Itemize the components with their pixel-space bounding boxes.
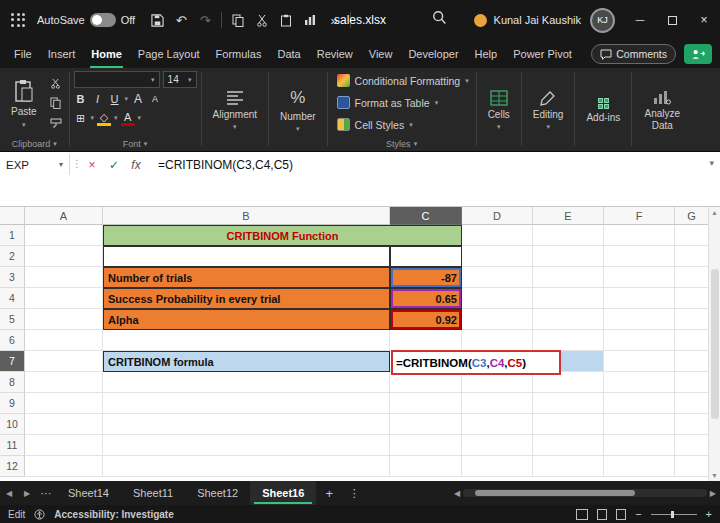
cell-C6[interactable] bbox=[390, 330, 462, 351]
zoom-slider[interactable] bbox=[651, 514, 697, 515]
cell-E4[interactable] bbox=[533, 288, 604, 309]
normal-view-button[interactable] bbox=[576, 509, 588, 520]
italic-button[interactable]: I bbox=[91, 91, 105, 107]
ribbon-tab-home[interactable]: Home bbox=[83, 40, 130, 68]
alignment-button[interactable]: Alignment ▾ bbox=[206, 71, 264, 150]
sheet-tab-sheet14[interactable]: Sheet14 bbox=[56, 481, 121, 505]
cell-D1[interactable] bbox=[462, 225, 533, 246]
row-header-10[interactable]: 10 bbox=[0, 414, 25, 435]
ribbon-tab-view[interactable]: View bbox=[361, 40, 401, 68]
cell-C12[interactable] bbox=[390, 456, 462, 477]
cells-button[interactable]: Cells ▾ bbox=[481, 71, 517, 150]
cell-A7[interactable] bbox=[25, 351, 103, 372]
cell-C9[interactable] bbox=[390, 393, 462, 414]
cell-G1[interactable] bbox=[675, 225, 709, 246]
cancel-entry-button[interactable]: × bbox=[82, 155, 102, 175]
cell-B4[interactable]: Success Probability in every trial bbox=[103, 288, 390, 309]
user-name[interactable]: Kunal Jai Kaushik bbox=[494, 14, 581, 26]
paste-small-icon[interactable] bbox=[274, 7, 298, 33]
cell-F6[interactable] bbox=[604, 330, 675, 351]
cell-A9[interactable] bbox=[25, 393, 103, 414]
cell-E10[interactable] bbox=[533, 414, 604, 435]
horizontal-scroll-thumb[interactable] bbox=[475, 490, 635, 496]
cell-A8[interactable] bbox=[25, 372, 103, 393]
row-header-12[interactable]: 12 bbox=[0, 456, 25, 477]
cell-B9[interactable] bbox=[103, 393, 390, 414]
sheet-nav-prev-icon[interactable]: ◀ bbox=[0, 489, 18, 498]
sheet-options-icon[interactable]: ⋮ bbox=[342, 487, 366, 500]
cell-E5[interactable] bbox=[533, 309, 604, 330]
styles-item-0[interactable]: Conditional Formatting▾ bbox=[335, 71, 469, 90]
cell-D8[interactable] bbox=[462, 372, 533, 393]
cell-C2[interactable] bbox=[390, 246, 462, 267]
maximize-button[interactable] bbox=[656, 0, 688, 40]
cell-F5[interactable] bbox=[604, 309, 675, 330]
fill-color-dropdown-icon[interactable]: ▾ bbox=[114, 114, 118, 122]
scroll-down-icon[interactable]: ▼ bbox=[711, 472, 718, 479]
underline-dropdown-icon[interactable]: ▾ bbox=[125, 95, 129, 103]
ribbon-tab-file[interactable]: File bbox=[6, 40, 40, 68]
clipboard-group-label[interactable]: Clipboard ▾ bbox=[12, 137, 57, 150]
format-painter-button[interactable] bbox=[47, 115, 65, 131]
cell-G5[interactable] bbox=[675, 309, 709, 330]
scroll-up-icon[interactable]: ▲ bbox=[711, 209, 718, 216]
row-header-8[interactable]: 8 bbox=[0, 372, 25, 393]
minimize-button[interactable]: ─ bbox=[624, 0, 656, 40]
name-box-dropdown-icon[interactable]: ▾ bbox=[59, 160, 63, 169]
row-header-11[interactable]: 11 bbox=[0, 435, 25, 456]
cell-B3[interactable]: Number of trials bbox=[103, 267, 390, 288]
number-button[interactable]: % Number ▾ bbox=[273, 71, 323, 150]
font-color-button[interactable]: A bbox=[121, 110, 135, 126]
cell-G4[interactable] bbox=[675, 288, 709, 309]
cell-D11[interactable] bbox=[462, 435, 533, 456]
underline-button[interactable]: U bbox=[108, 91, 122, 107]
vertical-scroll-thumb[interactable] bbox=[711, 269, 719, 419]
cell-D4[interactable] bbox=[462, 288, 533, 309]
row-header-5[interactable]: 5 bbox=[0, 309, 25, 330]
undo-icon[interactable]: ↶ bbox=[169, 7, 193, 33]
name-box[interactable]: EXP ▾ bbox=[0, 154, 70, 175]
cell-B7[interactable]: CRITBINOM formula bbox=[103, 351, 390, 372]
cell-F3[interactable] bbox=[604, 267, 675, 288]
cell-C4[interactable]: 0.65 bbox=[390, 288, 462, 309]
cell-G7[interactable] bbox=[675, 351, 709, 372]
grow-font-button[interactable]: A bbox=[131, 91, 145, 107]
cell-A10[interactable] bbox=[25, 414, 103, 435]
cell-B11[interactable] bbox=[103, 435, 390, 456]
cell-E11[interactable] bbox=[533, 435, 604, 456]
cell-G10[interactable] bbox=[675, 414, 709, 435]
styles-item-1[interactable]: Format as Table▾ bbox=[335, 93, 469, 112]
font-size-combo[interactable]: 14▾ bbox=[163, 71, 197, 88]
cell-C3[interactable]: -87 bbox=[390, 267, 462, 288]
cell-F12[interactable] bbox=[604, 456, 675, 477]
column-header-G[interactable]: G bbox=[675, 207, 709, 225]
ribbon-tab-insert[interactable]: Insert bbox=[40, 40, 84, 68]
app-launcher-icon[interactable] bbox=[11, 13, 26, 28]
ribbon-tab-page-layout[interactable]: Page Layout bbox=[130, 40, 208, 68]
cut-button[interactable] bbox=[47, 75, 65, 91]
row-header-2[interactable]: 2 bbox=[0, 246, 25, 267]
cell-B5[interactable]: Alpha bbox=[103, 309, 390, 330]
cell-E6[interactable] bbox=[533, 330, 604, 351]
sheet-tab-sheet16[interactable]: Sheet16 bbox=[250, 481, 316, 505]
cell-B2[interactable] bbox=[103, 246, 390, 267]
cell-B10[interactable] bbox=[103, 414, 390, 435]
font-group-label[interactable]: Font ▾ bbox=[123, 137, 148, 150]
cell-B12[interactable] bbox=[103, 456, 390, 477]
styles-group-label[interactable]: Styles ▾ bbox=[386, 137, 417, 150]
cell-A1[interactable] bbox=[25, 225, 103, 246]
document-title[interactable]: sales.xlsx bbox=[300, 13, 420, 27]
sheet-list-overflow-icon[interactable]: ⋯ bbox=[36, 487, 56, 500]
vertical-scrollbar[interactable]: ▲ ▼ bbox=[708, 207, 720, 481]
row-header-7[interactable]: 7 bbox=[0, 351, 25, 372]
cut-icon[interactable] bbox=[250, 7, 274, 33]
row-header-3[interactable]: 3 bbox=[0, 267, 25, 288]
confirm-entry-button[interactable]: ✓ bbox=[104, 155, 124, 175]
search-icon[interactable] bbox=[432, 10, 447, 25]
cell-E3[interactable] bbox=[533, 267, 604, 288]
column-header-E[interactable]: E bbox=[533, 207, 604, 225]
cell-D2[interactable] bbox=[462, 246, 533, 267]
formula-input[interactable]: =CRITBINOM(C3,C4,C5) bbox=[158, 154, 293, 175]
cell-D5[interactable] bbox=[462, 309, 533, 330]
sheet-tab-sheet11[interactable]: Sheet11 bbox=[121, 481, 185, 505]
